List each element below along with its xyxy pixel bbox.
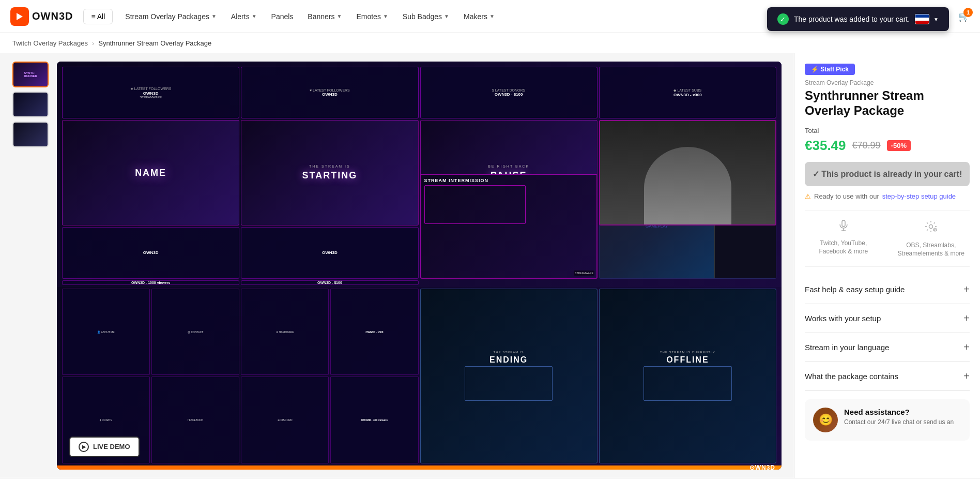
staff-pick-badge: ⚡ Staff Pick	[805, 64, 855, 75]
warning-icon: ⚠	[805, 192, 811, 200]
in-cart-button[interactable]: ✓ This product is already in your cart!	[805, 162, 970, 186]
cart-toast: ✓ The product was added to your cart. ▼	[767, 7, 949, 31]
cell-panel-x300: OWN3D - x300	[330, 289, 418, 375]
nav-emotes-arrow: ▼	[383, 13, 388, 19]
accordion-works-with: Works with your setup +	[805, 304, 970, 333]
tab-overview[interactable]: Overview	[12, 478, 44, 481]
cell-follower: ★ LATEST FOLLOWERS OWN3D STREAMWARE	[62, 67, 239, 118]
accordion-works-with-header[interactable]: Works with your setup +	[805, 304, 970, 333]
svg-marker-0	[17, 13, 23, 20]
accordion-language: Stream in your language +	[805, 333, 970, 362]
nav-banners-arrow: ▼	[337, 13, 342, 19]
nav-stream-overlays-label: Stream Overlay Packages	[125, 12, 209, 21]
cell-sub: ◆ LATEST SUBS OWN3D - x300	[599, 67, 776, 118]
accordion-setup-guide: Fast help & easy setup guide +	[805, 275, 970, 304]
svg-point-4	[929, 224, 933, 228]
language-flag[interactable]	[915, 14, 929, 24]
tab-intermission[interactable]: Intermission Banner	[115, 478, 179, 481]
cell-starting: THE STREAM IS STARTING	[241, 120, 418, 226]
accordion-contents-plus: +	[963, 370, 970, 382]
nav-sub-badges[interactable]: Sub Badges ▼	[396, 9, 455, 24]
thumbnail-1[interactable]: SYNTHRUNNER	[12, 62, 49, 87]
flag-dropdown-arrow[interactable]: ▼	[933, 17, 939, 22]
compat-obs-label: OBS, Streamlabs,Streamelements & more	[898, 241, 964, 259]
cart-icon-wrapper[interactable]: 🛒 1	[958, 11, 970, 22]
nav-makers[interactable]: Makers ▼	[457, 9, 501, 24]
nav-alerts[interactable]: Alerts ▼	[225, 9, 263, 24]
own3d-orange-bar: ⊙WN3D	[57, 465, 782, 470]
product-title: Synthrunner Stream Overlay Package	[805, 88, 970, 118]
nav-panels[interactable]: Panels	[265, 9, 300, 24]
cell-panel-about: 👤 ABOUT ME	[62, 289, 150, 375]
accordion-setup-guide-header[interactable]: Fast help & easy setup guide +	[805, 275, 970, 304]
nav-banners-label: Banners	[308, 12, 334, 21]
cell-panel-facebook: f FACEBOOK	[151, 377, 239, 463]
cell-donor: $ LATEST DONORS OWN3D - $100	[420, 67, 598, 118]
tab-alerts[interactable]: Alerts	[200, 478, 218, 481]
thumbnail-img-2	[13, 93, 48, 116]
nav-stream-overlays-arrow: ▼	[211, 13, 217, 19]
cell-name: NAME	[62, 120, 239, 226]
cell-panel-hardware: ⚙ HARDWARE	[241, 289, 329, 375]
cart-badge: 1	[963, 8, 973, 17]
cell-intermission: STREAM INTERMISSION STREAMWARE	[420, 174, 598, 279]
main-content: SYNTHRUNNER ★ LATEST FOLLOWERS O	[0, 53, 980, 478]
cell-follower2: ♥ LATEST FOLLOWERS OWN3D	[241, 67, 418, 118]
toast-message: The product was added to your cart.	[794, 15, 910, 23]
cell-viewers2: OWN3D - 300 viewers	[330, 377, 418, 463]
play-icon: ▶	[79, 442, 89, 452]
toast-check-icon: ✓	[777, 13, 789, 25]
thumbnail-3[interactable]	[12, 122, 49, 147]
breadcrumb: Twitch Overlay Packages › Synthrunner St…	[0, 33, 980, 53]
cell-panel-discord: ⊕ DISCORD	[241, 377, 329, 463]
accordion-language-header[interactable]: Stream in your language +	[805, 333, 970, 362]
accordion-works-with-label: Works with your setup	[805, 314, 881, 323]
thumbnail-2[interactable]	[12, 92, 49, 117]
live-demo-label: LIVE DEMO	[93, 443, 130, 450]
compat-twitch-label: Twitch, YouTube,Facebook & more	[819, 239, 868, 257]
accordion-language-label: Stream in your language	[805, 343, 889, 352]
tab-profile[interactable]: Profile	[239, 478, 259, 481]
cell-offline: THE STREAM IS CURRENTLY OFFLINE	[599, 289, 776, 463]
logo[interactable]: OWN3D	[10, 7, 73, 26]
setup-guide-note: ⚠ Ready to use with our step-by-step set…	[805, 192, 970, 200]
thumbnail-column: SYNTHRUNNER	[12, 62, 49, 470]
cell-newsubscriber: OWN3D	[241, 227, 418, 279]
all-menu-button[interactable]: ≡ All	[83, 9, 113, 24]
breadcrumb-parent[interactable]: Twitch Overlay Packages	[12, 39, 88, 47]
logo-icon	[10, 7, 29, 26]
price-original: €70.99	[852, 140, 881, 151]
accordion-contents-label: What the package contains	[805, 372, 898, 381]
in-cart-label: ✓ This product is already in your cart!	[813, 169, 962, 179]
cell-viewers1: OWN3D - 1000 viewers	[62, 280, 239, 285]
nav-banners[interactable]: Banners ▼	[301, 9, 348, 24]
nav-alerts-label: Alerts	[231, 12, 250, 21]
nav-alerts-arrow: ▼	[252, 13, 257, 19]
tab-overlays[interactable]: Overlays	[65, 478, 94, 481]
product-left: SYNTHRUNNER ★ LATEST FOLLOWERS O	[0, 53, 794, 478]
nav-panels-label: Panels	[271, 12, 294, 21]
cell-webcam	[599, 120, 776, 226]
accordion-contents: What the package contains +	[805, 362, 970, 391]
nav-sub-badges-arrow: ▼	[444, 13, 449, 19]
nav-emotes[interactable]: Emotes ▼	[350, 9, 394, 24]
main-product-image: ★ LATEST FOLLOWERS OWN3D STREAMWARE ♥ LA…	[57, 62, 782, 470]
cell-follows-label: OWN3D	[62, 227, 239, 279]
nav-makers-arrow: ▼	[489, 13, 495, 19]
svg-rect-1	[842, 220, 845, 227]
setup-guide-link[interactable]: step-by-step setup guide	[882, 192, 956, 200]
main-image-container: ★ LATEST FOLLOWERS OWN3D STREAMWARE ♥ LA…	[57, 62, 782, 470]
price-current: €35.49	[805, 138, 846, 154]
logo-text: OWN3D	[32, 10, 73, 22]
assistance-text: Need assistance? Contact our 24/7 live c…	[844, 408, 954, 426]
accordion-contents-header[interactable]: What the package contains +	[805, 362, 970, 390]
compat-obs: OBS, Streamlabs,Streamelements & more	[893, 219, 970, 259]
breadcrumb-current: Synthrunner Stream Overlay Package	[98, 39, 211, 47]
support-avatar: 😊	[813, 408, 838, 432]
assistance-box: 😊 Need assistance? Contact our 24/7 live…	[805, 399, 970, 441]
microphone-icon	[837, 219, 850, 235]
discount-badge: -50%	[887, 140, 911, 151]
live-demo-button[interactable]: ▶ LIVE DEMO	[69, 437, 140, 457]
product-sidebar: ⚡ Staff Pick Stream Overlay Package Synt…	[794, 53, 980, 478]
nav-stream-overlays[interactable]: Stream Overlay Packages ▼	[119, 9, 223, 24]
